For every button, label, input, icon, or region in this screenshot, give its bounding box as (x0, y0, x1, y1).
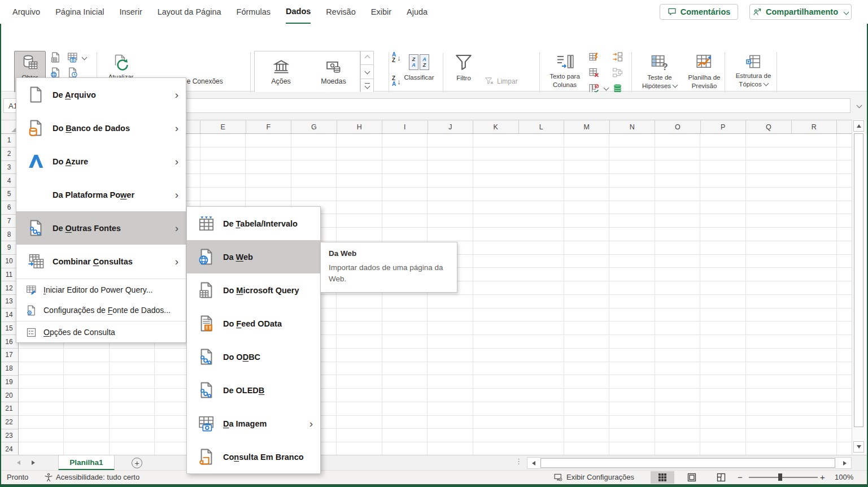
tab-inserir[interactable]: Inserir (119, 1, 142, 23)
data-validation-dropdown-chevron[interactable] (604, 85, 609, 91)
row-header-17[interactable]: 17 (0, 349, 18, 362)
share-button[interactable]: Compartilhamento (749, 4, 852, 20)
menu-item-de-outras-fontes[interactable]: De Outras Fontes› (16, 211, 186, 245)
menu-item-do-banco-de-dados[interactable]: Do Banco de Dados› (16, 111, 186, 145)
zoom-in-button[interactable]: + (820, 472, 825, 482)
sheet-nav-right-button[interactable] (32, 460, 35, 465)
column-header-q[interactable]: Q (746, 120, 792, 133)
menu-item-combinar-consultas[interactable]: Combinar Consultas› (16, 245, 186, 278)
row-header-22[interactable]: 22 (0, 416, 18, 429)
gallery-item-moedas[interactable]: Moedas (307, 51, 360, 92)
tab-layout-da-pagina[interactable]: Layout da Página (158, 1, 221, 23)
submenu-arrow-icon: › (175, 122, 178, 134)
tab-arquivo[interactable]: Arquivo (12, 1, 40, 23)
scroll-left-button[interactable] (528, 458, 539, 468)
gallery-more[interactable] (360, 79, 374, 93)
submenu-item-label: Do Microsoft Query (223, 286, 299, 295)
submenu-item-da-imagem[interactable]: Da Imagem› (187, 407, 320, 440)
zoom-level[interactable]: 100% (835, 473, 853, 481)
what-if-label-line1: Teste de (647, 73, 671, 82)
sort-letter: Z (392, 58, 396, 63)
column-header-h[interactable]: H (337, 120, 383, 133)
view-page-layout-button[interactable] (680, 471, 704, 484)
sheet-tab-planilha1[interactable]: Planilha1 (58, 455, 115, 471)
menu-item-configuracoes-de-fonte-de-dados[interactable]: Configurações de Fonte de Dados... (16, 300, 186, 320)
tab-revisao[interactable]: Revisão (326, 1, 355, 23)
tab-exibir[interactable]: Exibir (371, 1, 391, 23)
row-header-19[interactable]: 19 (0, 376, 18, 389)
menu-item-de-arquivo[interactable]: De Arquivo› (16, 78, 186, 111)
tab-ajuda[interactable]: Ajuda (407, 1, 428, 23)
drag-handle-dots-icon[interactable]: ⋮ (515, 457, 522, 466)
column-header-n[interactable]: N (610, 120, 656, 133)
submenu-item-de-oledb[interactable]: De OLEDB (187, 373, 320, 407)
status-display-settings[interactable]: Exibir Configurações (566, 473, 634, 481)
submenu-item-do-feed-odata[interactable]: Do Feed OData (187, 307, 320, 340)
submenu-item-consulta-em-branco[interactable]: Consulta Em Branco (187, 440, 320, 473)
column-header-j[interactable]: J (428, 120, 474, 133)
horizontal-scroll-thumb[interactable] (540, 458, 835, 468)
status-bar: Pronto Acessibilidade: tudo certo Exibir… (0, 470, 868, 484)
tab-pagina-inicial[interactable]: Página Inicial (55, 1, 104, 23)
column-header-i[interactable]: I (382, 120, 428, 133)
row-header-23[interactable]: 23 (0, 429, 18, 443)
sheet-nav-left-button[interactable] (17, 460, 20, 465)
new-sheet-button[interactable]: + (132, 458, 142, 468)
from-picture-dropdown-chevron[interactable] (82, 55, 88, 60)
menu-item-do-azure[interactable]: Do Azure› (16, 145, 186, 178)
menu-item-iniciar-editor-do-power-query[interactable]: Iniciar Editor do Power Query... (16, 280, 186, 300)
menu-item-da-plataforma-power[interactable]: Da Plataforma Power› (16, 178, 186, 211)
from-text-csv-button[interactable] (49, 51, 62, 64)
triangle-left-icon (532, 461, 535, 466)
status-accessibility[interactable]: Acessibilidade: tudo certo (56, 473, 139, 481)
scroll-right-button[interactable] (839, 458, 850, 468)
remove-duplicates-button[interactable] (587, 66, 600, 79)
vertical-scrollbar[interactable] (852, 120, 865, 455)
column-header-p[interactable]: P (701, 120, 747, 133)
flash-fill-button[interactable] (587, 50, 600, 63)
column-header-l[interactable]: L (519, 120, 565, 133)
gallery-item-acoes[interactable]: Ações (255, 51, 307, 92)
horizontal-scrollbar[interactable] (527, 457, 852, 469)
menu-separator (16, 321, 186, 321)
tab-formulas[interactable]: Fórmulas (237, 1, 271, 23)
column-header-r[interactable]: R (792, 120, 838, 133)
file-globe-icon (197, 247, 216, 266)
column-header-e[interactable]: E (200, 120, 246, 133)
zoom-out-button[interactable]: − (738, 472, 743, 482)
formula-input[interactable] (85, 98, 850, 113)
gallery-scroll-up[interactable] (360, 51, 374, 65)
submenu-item-do-odbc[interactable]: Do ODBC (187, 340, 320, 373)
submenu-item-de-tabela-intervalo[interactable]: De Tabela/Intervalo (187, 207, 320, 240)
tab-dados[interactable]: Dados (286, 0, 311, 24)
submenu-item-da-web[interactable]: Da Web (187, 240, 320, 273)
column-header-o[interactable]: O (655, 120, 701, 133)
row-header-20[interactable]: 20 (0, 389, 18, 402)
column-header-k[interactable]: K (473, 120, 519, 133)
scroll-up-button[interactable] (853, 120, 864, 132)
vertical-scroll-thumb[interactable] (854, 133, 863, 427)
column-header-m[interactable]: M (564, 120, 610, 133)
submenu-arrow-icon: › (309, 418, 313, 430)
file-nodes-icon (197, 347, 216, 366)
column-header-f[interactable]: F (246, 120, 292, 133)
consolidate-button[interactable] (611, 50, 624, 63)
submenu-item-do-microsoft-query[interactable]: Do Microsoft Query (187, 273, 320, 307)
what-if-icon: ? (650, 53, 669, 72)
from-picture-button[interactable] (66, 51, 79, 64)
column-header-g[interactable]: G (291, 120, 337, 133)
page-break-icon (717, 473, 726, 482)
no-icon (27, 185, 45, 204)
row-header-24[interactable]: 24 (0, 442, 18, 455)
view-page-break-button[interactable] (709, 471, 733, 484)
zoom-slider-track[interactable] (749, 477, 818, 478)
row-header-18[interactable]: 18 (0, 362, 18, 376)
view-normal-button[interactable] (651, 471, 674, 484)
bank-icon (273, 58, 290, 75)
zoom-slider-thumb[interactable] (778, 473, 782, 481)
menu-item-opcoes-de-consulta[interactable]: Opções de Consulta (16, 322, 186, 342)
row-header-21[interactable]: 21 (0, 402, 18, 416)
gallery-scroll-down[interactable] (360, 65, 374, 79)
comments-button[interactable]: Comentários (660, 4, 738, 20)
scroll-down-button[interactable] (853, 441, 864, 453)
